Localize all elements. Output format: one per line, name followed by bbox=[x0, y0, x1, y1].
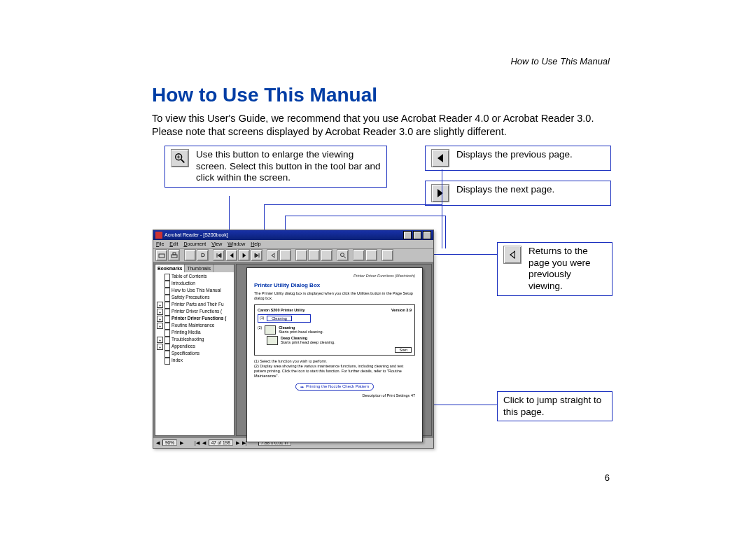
bookmark-item[interactable]: Safety Precautions bbox=[157, 295, 232, 302]
bookmark-item[interactable]: +Appendices bbox=[157, 344, 232, 351]
expand-icon[interactable]: + bbox=[157, 344, 163, 350]
find-icon[interactable] bbox=[337, 249, 349, 261]
bookmark-label: Appendices bbox=[172, 344, 195, 350]
window-title: Acrobat Reader - [S200book] bbox=[164, 232, 228, 237]
select-text-icon[interactable] bbox=[353, 249, 365, 261]
bookmark-item[interactable]: Printing Media bbox=[157, 330, 232, 337]
print-icon[interactable] bbox=[168, 249, 180, 261]
last-page-icon[interactable] bbox=[251, 249, 262, 261]
page-icon bbox=[164, 351, 170, 358]
acrobat-window: Acrobat Reader - [S200book] File Edit Do… bbox=[153, 230, 434, 449]
bookmark-label: Troubleshooting bbox=[172, 337, 204, 343]
bookmark-label: Printer Parts and Their Fu bbox=[172, 302, 224, 308]
bookmark-item[interactable]: Specifications bbox=[157, 351, 232, 358]
bookmark-item[interactable]: +Printer Driver Functions ( bbox=[157, 316, 232, 323]
leader-line bbox=[442, 169, 442, 204]
expand-icon[interactable]: + bbox=[157, 316, 163, 322]
menu-window[interactable]: Window bbox=[227, 241, 245, 246]
doc-section-title: Printer Utility Dialog Box bbox=[254, 282, 415, 288]
first-page-btn[interactable]: |◀ bbox=[195, 440, 200, 446]
go-back-icon[interactable] bbox=[267, 249, 279, 261]
app-icon bbox=[155, 232, 162, 239]
back-callout-text: Returns to the page you were previously … bbox=[528, 246, 606, 293]
title-bar: Acrobat Reader - [S200book] bbox=[153, 230, 433, 240]
bookmark-label: Printing Media bbox=[172, 330, 201, 336]
page-indicator[interactable]: 47 of 198 bbox=[209, 440, 233, 446]
svg-rect-4 bbox=[159, 254, 164, 258]
page-icon bbox=[164, 337, 170, 344]
bookmark-label: Introduction bbox=[172, 281, 195, 287]
utility-dialog: Canon S200 Printer Utility Version 3.9 (… bbox=[254, 304, 415, 356]
svg-line-8 bbox=[344, 256, 346, 258]
next-page-btn[interactable]: ▶ bbox=[236, 440, 239, 446]
doc-footer: Description of Print Settings 47 bbox=[254, 393, 415, 398]
bookmark-item[interactable]: Index bbox=[157, 358, 232, 365]
snapshot-icon[interactable] bbox=[365, 249, 377, 261]
document-viewport[interactable]: Printer Driver Functions (Macintosh) Pri… bbox=[236, 264, 432, 436]
zoom-level[interactable]: 90% bbox=[162, 440, 177, 446]
deep-cleaning-desc: Starts print head deep cleaning. bbox=[281, 340, 335, 344]
bookmark-item[interactable]: Table of Contents bbox=[157, 274, 232, 281]
expand-icon[interactable]: + bbox=[157, 302, 163, 308]
bookmark-item[interactable]: Introduction bbox=[157, 281, 232, 288]
doc-paragraph: The Printer Utility dialog box is displa… bbox=[254, 291, 415, 301]
next-page-icon[interactable] bbox=[238, 249, 250, 261]
leader-line bbox=[445, 216, 446, 248]
expand-icon[interactable]: + bbox=[157, 337, 163, 343]
bookmark-item[interactable]: +Printer Driver Functions ( bbox=[157, 309, 232, 316]
menu-help[interactable]: Help bbox=[251, 241, 260, 246]
cleaning-icon[interactable] bbox=[265, 325, 276, 335]
maximize-button[interactable] bbox=[413, 231, 421, 239]
zoom-width-icon[interactable] bbox=[321, 249, 332, 261]
leader-line bbox=[442, 204, 442, 248]
previous-page-icon bbox=[431, 149, 449, 167]
bookmark-item[interactable]: +Printer Parts and Their Fu bbox=[157, 302, 232, 309]
page-icon bbox=[164, 281, 170, 288]
prev-callout-text: Displays the previous page. bbox=[456, 149, 573, 161]
tab-bookmarks[interactable]: Bookmarks bbox=[155, 265, 185, 272]
web-icon[interactable] bbox=[382, 249, 393, 261]
bookmark-label: Printer Driver Functions ( bbox=[172, 316, 226, 322]
hand-icon[interactable] bbox=[197, 249, 209, 261]
bookmark-label: Table of Contents bbox=[172, 274, 207, 280]
menu-view[interactable]: View bbox=[211, 241, 222, 246]
zoom-fit-icon[interactable] bbox=[308, 249, 320, 261]
open-icon[interactable] bbox=[155, 249, 167, 261]
bookmark-item[interactable]: +Routine Maintenance bbox=[157, 323, 232, 330]
zoom-actual-icon[interactable] bbox=[295, 249, 307, 261]
bookmark-item[interactable]: How to Use This Manual bbox=[157, 288, 232, 295]
utility-title: Canon S200 Printer Utility bbox=[258, 308, 305, 312]
menu-edit[interactable]: Edit bbox=[169, 241, 178, 246]
first-page-icon[interactable] bbox=[213, 249, 225, 261]
bookmark-label: Index bbox=[172, 358, 183, 364]
start-button[interactable]: Start bbox=[395, 347, 412, 353]
svg-rect-5 bbox=[172, 255, 177, 258]
tab-thumbnails[interactable]: Thumbnails bbox=[185, 265, 214, 272]
back-icon bbox=[503, 246, 522, 264]
cross-reference-link[interactable]: ➡ Printing the Nozzle Check Pattern bbox=[295, 383, 374, 391]
deep-cleaning-icon[interactable] bbox=[267, 336, 278, 345]
intro-paragraph: To view this User's Guide, we recommend … bbox=[152, 112, 607, 139]
svg-rect-6 bbox=[173, 253, 176, 255]
menu-document[interactable]: Document bbox=[183, 241, 206, 246]
expand-icon[interactable]: + bbox=[157, 323, 163, 329]
menu-file[interactable]: File bbox=[156, 241, 164, 246]
doc-running-head: Printer Driver Functions (Macintosh) bbox=[254, 274, 415, 278]
bookmarks-sidebar: Bookmarks Thumbnails Table of ContentsIn… bbox=[155, 264, 234, 436]
minimize-button[interactable] bbox=[403, 231, 412, 239]
cleaning-dropdown[interactable]: Cleaning bbox=[267, 316, 292, 321]
page-icon bbox=[164, 323, 170, 330]
doc-note-1: (1) Select the function you wish to perf… bbox=[254, 359, 415, 364]
leader-line bbox=[285, 216, 446, 216]
expand-icon[interactable]: + bbox=[157, 309, 163, 315]
close-button[interactable] bbox=[423, 231, 431, 239]
go-forward-icon[interactable] bbox=[279, 249, 291, 261]
page-icon bbox=[164, 358, 170, 365]
nav-pane-icon[interactable] bbox=[184, 249, 196, 261]
arrow-right-icon: ➡ bbox=[300, 384, 304, 389]
bookmark-item[interactable]: +Troubleshooting bbox=[157, 337, 232, 344]
link-callout-text: Click to jump straight to this page. bbox=[503, 395, 606, 419]
prev-page-icon[interactable] bbox=[225, 249, 237, 261]
page-number: 6 bbox=[605, 472, 610, 483]
prev-page-btn[interactable]: ◀ bbox=[202, 440, 206, 446]
